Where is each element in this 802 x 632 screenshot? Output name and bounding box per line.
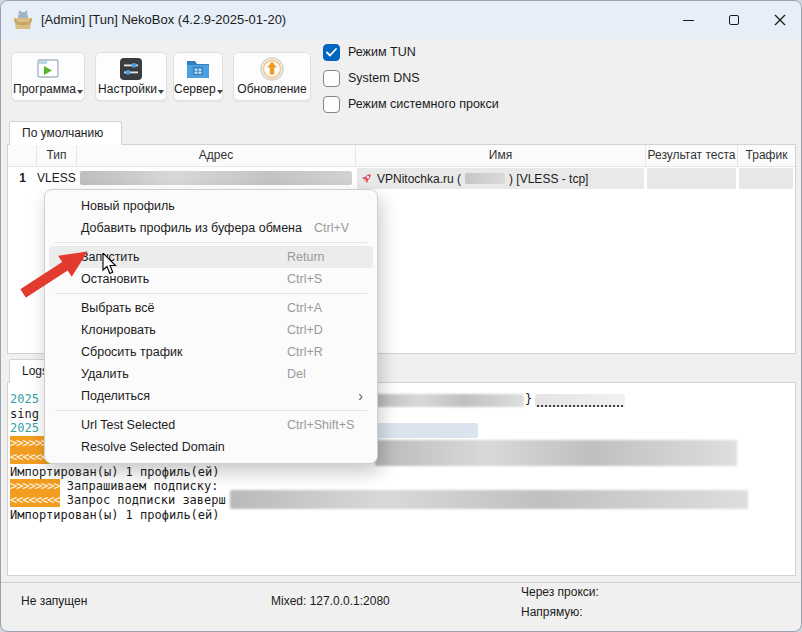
log-brace: } — [525, 392, 532, 406]
log-imported-line: Импортирован(ы) 1 профиль(ей) — [10, 508, 220, 522]
close-button[interactable] — [757, 1, 802, 39]
log-redacted-block — [230, 490, 748, 509]
chevron-down-icon — [77, 90, 83, 94]
nekobox-window: [Admin] [Tun] NekoBox (4.2.9-2025-01-20)… — [0, 0, 802, 632]
menu-separator — [55, 242, 367, 243]
menu-item-reset-traffic[interactable]: Сбросить трафик Ctrl+R — [49, 341, 373, 363]
profile-name-prefix: VPNitochka.ru ( — [377, 168, 461, 190]
tab-default-label: По умолчанию — [22, 126, 103, 140]
menu-item-url-test-selected[interactable]: Url Test Selected Ctrl+Shift+S — [49, 414, 373, 436]
menu-separator — [55, 293, 367, 294]
log-requesting-line: >>>>>>>>Запрашиваем подписку: — [10, 479, 219, 493]
menu-item-start[interactable]: Запустить Return — [49, 246, 373, 268]
profile-test-result — [646, 167, 738, 190]
table-row[interactable]: 1 VLESS VPNitochka.ru — [8, 167, 795, 190]
menu-item-clone[interactable]: Клонировать Ctrl+D — [49, 319, 373, 341]
menu-item-resolve-selected-domain[interactable]: Resolve Selected Domain — [49, 436, 373, 458]
profile-address-redacted — [77, 167, 356, 190]
settings-button[interactable]: Настройки — [95, 52, 167, 101]
menu-item-new-profile[interactable]: Новый профиль — [49, 195, 373, 217]
chevron-down-icon — [217, 90, 223, 94]
close-icon — [774, 14, 786, 26]
server-folder-icon — [174, 56, 222, 82]
menu-item-add-from-clipboard[interactable]: Добавить профиль из буфера обмена Ctrl+V — [49, 217, 373, 239]
log-redacted-link — [535, 394, 625, 407]
menu-item-select-all[interactable]: Выбрать всё Ctrl+A — [49, 297, 373, 319]
menu-item-share[interactable]: Поделиться › — [49, 385, 373, 407]
minimize-button[interactable] — [665, 1, 711, 39]
log-imported-line: Импортирован(ы) 1 профиль(ей) — [10, 465, 220, 479]
profile-type: VLESS — [37, 167, 77, 190]
program-label: Программа — [13, 82, 76, 96]
table-header: Тип Адрес Имя Результат теста Трафик — [8, 145, 795, 167]
rocket-icon — [360, 172, 373, 185]
status-via-proxy: Через прокси: — [521, 585, 599, 599]
log-selection-block — [374, 423, 478, 438]
update-icon — [234, 56, 310, 82]
tab-default-profiles[interactable]: По умолчанию — [9, 121, 122, 145]
checkbox-unchecked-icon — [323, 70, 340, 87]
column-header-traffic[interactable]: Трафик — [738, 145, 795, 166]
log-completed-line: <<<<<<<<Запрос подписки заверш — [10, 493, 226, 507]
app-icon — [12, 9, 34, 31]
status-direct: Напрямую: — [521, 605, 583, 619]
menu-item-delete[interactable]: Удалить Del — [49, 363, 373, 385]
system-proxy-label: Режим системного прокси — [348, 97, 499, 111]
row-number: 1 — [8, 167, 37, 190]
menu-item-stop[interactable]: Остановить Ctrl+S — [49, 268, 373, 290]
settings-label: Настройки — [98, 82, 157, 96]
log-redacted-block — [374, 394, 524, 407]
profile-name-suffix: ) [VLESS - tcp] — [509, 168, 588, 190]
column-header-address[interactable]: Адрес — [77, 145, 356, 166]
maximize-icon — [729, 15, 739, 25]
system-dns-label: System DNS — [348, 71, 420, 85]
window-title: [Admin] [Tun] NekoBox (4.2.9-2025-01-20) — [41, 1, 286, 39]
program-icon — [12, 56, 84, 82]
chevron-down-icon — [158, 90, 164, 94]
profile-name-cell: VPNitochka.ru () [VLESS - tcp] — [356, 167, 646, 190]
column-header-test-result[interactable]: Результат теста — [646, 145, 738, 166]
program-button[interactable]: Программа — [11, 52, 85, 101]
menu-separator — [55, 410, 367, 411]
server-button[interactable]: Сервер — [173, 52, 223, 101]
log-timestamp: 2025 — [10, 392, 39, 406]
titlebar: [Admin] [Tun] NekoBox (4.2.9-2025-01-20) — [1, 1, 802, 39]
log-redacted-block — [375, 440, 737, 466]
minimize-icon — [683, 20, 694, 21]
settings-icon — [96, 56, 166, 82]
statusbar-divider — [1, 582, 802, 583]
update-label: Обновление — [237, 82, 306, 96]
context-menu: Новый профиль Добавить профиль из буфера… — [44, 189, 378, 464]
server-label: Сервер — [174, 82, 216, 96]
checkbox-checked-icon — [323, 44, 340, 61]
checkbox-unchecked-icon — [323, 96, 340, 113]
log-timestamp: 2025 — [10, 421, 39, 435]
column-header-num[interactable] — [8, 145, 37, 166]
tun-mode-checkbox[interactable]: Режим TUN — [323, 42, 416, 62]
tun-mode-label: Режим TUN — [348, 45, 416, 59]
profile-name-redacted — [465, 173, 505, 184]
log-sing-text: sing — [10, 407, 39, 421]
column-header-type[interactable]: Тип — [37, 145, 77, 166]
column-header-name[interactable]: Имя — [356, 145, 646, 166]
update-button[interactable]: Обновление — [233, 52, 311, 101]
submenu-arrow-icon: › — [358, 389, 363, 403]
system-proxy-checkbox[interactable]: Режим системного прокси — [323, 94, 499, 114]
maximize-button[interactable] — [711, 1, 757, 39]
profile-traffic — [738, 167, 795, 190]
status-state: Не запущен — [21, 594, 87, 608]
system-dns-checkbox[interactable]: System DNS — [323, 68, 420, 88]
mouse-cursor — [102, 253, 118, 275]
status-mixed-port: Mixed: 127.0.0.1:2080 — [271, 594, 390, 608]
